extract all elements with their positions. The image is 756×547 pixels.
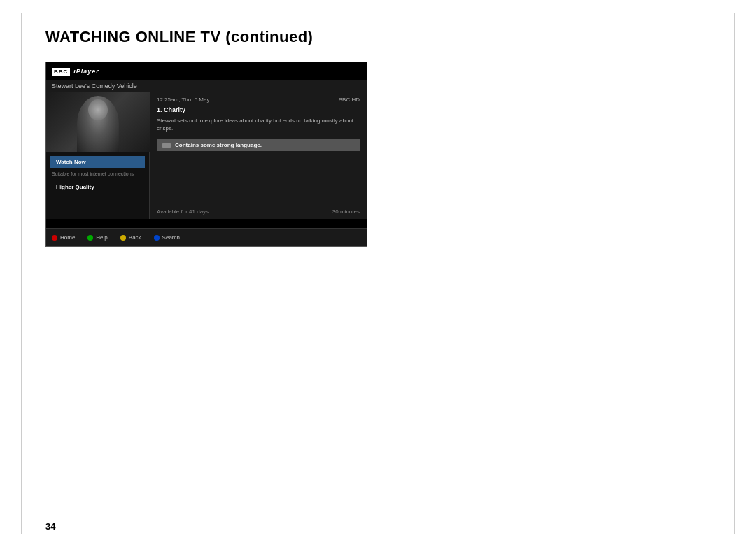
iplayer-logo-text: iPlayer	[74, 68, 99, 75]
higher-quality-button[interactable]: Higher Quality	[50, 181, 145, 193]
nav-dot-help	[88, 235, 93, 241]
warning-icon	[162, 143, 171, 148]
iplayer-header: BBC iPlayer	[46, 62, 367, 80]
nav-label-search: Search	[162, 234, 180, 241]
nav-bar: HomeHelpBackSearch	[46, 228, 367, 246]
episode-title: 1. Charity	[157, 106, 360, 113]
nav-item-back[interactable]: Back	[120, 234, 141, 241]
episode-channel: BBC HD	[339, 97, 360, 103]
page-number: 34	[46, 521, 55, 532]
episode-description: Stewart sets out to explore ideas about …	[157, 117, 360, 132]
nav-label-back: Back	[129, 234, 141, 241]
availability-text: Available for 41 days	[157, 208, 209, 215]
page-title: WATCHING ONLINE TV (continued)	[46, 28, 710, 46]
screenshot-container: BBC iPlayer Stewart Lee's Comedy Vehicle…	[46, 62, 368, 247]
nav-dot-back	[120, 235, 126, 241]
quality-label: Suitable for most internet connections	[46, 169, 149, 178]
warning-bar: Contains some strong language.	[157, 139, 360, 151]
right-panel: 12:25am, Thu, 5 May BBC HD 1. Charity St…	[150, 92, 367, 219]
page-border-top	[21, 13, 735, 13]
main-content: Watch Now Suitable for most internet con…	[46, 92, 367, 219]
thumbnail-figure	[77, 96, 119, 152]
availability-row: Available for 41 days 30 minutes	[157, 208, 360, 215]
left-panel: Watch Now Suitable for most internet con…	[46, 92, 150, 219]
episode-meta: 12:25am, Thu, 5 May BBC HD	[157, 97, 360, 103]
duration-text: 30 minutes	[332, 208, 360, 215]
page-content: WATCHING ONLINE TV (continued) BBC iPlay…	[46, 28, 710, 519]
watch-now-button[interactable]: Watch Now	[50, 156, 145, 168]
nav-item-search[interactable]: Search	[154, 234, 180, 241]
title-bar: Stewart Lee's Comedy Vehicle	[46, 80, 367, 92]
warning-text: Contains some strong language.	[175, 142, 262, 148]
nav-label-help: Help	[96, 234, 107, 241]
nav-dot-home	[52, 235, 57, 241]
episode-thumbnail	[46, 92, 150, 152]
page-border-right	[734, 13, 735, 534]
nav-label-home: Home	[60, 234, 75, 241]
episode-time: 12:25am, Thu, 5 May	[157, 97, 209, 103]
bbc-logo: BBC iPlayer	[52, 68, 99, 76]
nav-dot-search	[154, 235, 160, 241]
page-border-bottom	[21, 534, 735, 534]
nav-item-help[interactable]: Help	[88, 234, 107, 241]
page-border-left	[21, 13, 22, 534]
show-title: Stewart Lee's Comedy Vehicle	[52, 83, 137, 90]
nav-item-home[interactable]: Home	[52, 234, 75, 241]
bbc-logo-text: BBC	[52, 68, 70, 76]
